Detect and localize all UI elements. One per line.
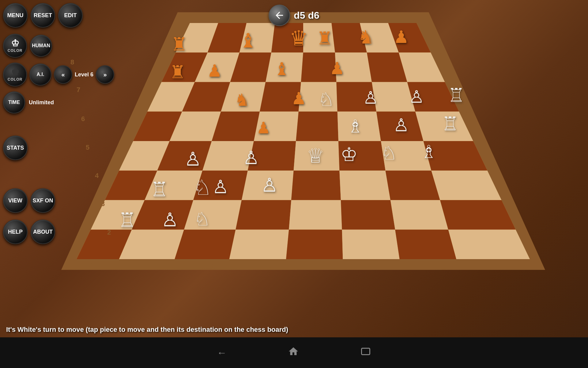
- label-8: 8: [438, 51, 442, 58]
- label-a: A: [89, 261, 94, 268]
- sxf-button[interactable]: SXF ON: [31, 188, 55, 213]
- cell-c2[interactable]: [184, 200, 242, 230]
- player1-color-button[interactable]: ♔ COLOR: [3, 34, 27, 58]
- menu-button[interactable]: MENU: [3, 3, 28, 28]
- piece-b6[interactable]: ♞: [235, 90, 250, 109]
- label-3: 3: [505, 197, 509, 205]
- piece-rook-a8[interactable]: ♜: [171, 34, 187, 55]
- piece-b4-pawn[interactable]: ♙: [184, 148, 202, 170]
- piece-f8[interactable]: ♞: [358, 27, 374, 48]
- time-button[interactable]: TIME: [3, 91, 25, 113]
- piece-c4-pawn[interactable]: ♙: [243, 148, 259, 168]
- edit-button[interactable]: EDIT: [58, 3, 83, 28]
- cell-f1[interactable]: [342, 230, 400, 259]
- cell-c1[interactable]: [175, 230, 236, 259]
- piece-king-d8[interactable]: ♛: [289, 26, 308, 50]
- sidebar: ♔ COLOR HUMAN ♚ COLOR A.I. « Level 6 » T…: [3, 34, 114, 244]
- piece-g6-pawn[interactable]: ♙: [409, 87, 424, 106]
- nav-bar: ←: [0, 337, 588, 368]
- cell-e3[interactable]: [291, 171, 341, 200]
- help-button[interactable]: HELP: [3, 220, 28, 244]
- label-d: D: [266, 263, 271, 270]
- cell-d1[interactable]: [229, 230, 289, 259]
- cell-d2[interactable]: [236, 200, 291, 230]
- label-1: 1: [531, 256, 535, 263]
- time-value: Unlimited: [29, 99, 54, 106]
- piece-e4-queen[interactable]: ♕: [307, 144, 324, 167]
- player1-row: ♔ COLOR HUMAN: [3, 34, 114, 58]
- label-f: F: [383, 263, 387, 271]
- piece-f4-king[interactable]: ♔: [341, 144, 358, 165]
- label-h: H: [502, 263, 507, 270]
- reset-button[interactable]: RESET: [31, 3, 55, 28]
- player1-piece-icon: ♔: [11, 39, 19, 48]
- view-row: VIEW SXF ON: [3, 188, 114, 213]
- cell-f3[interactable]: [339, 171, 390, 200]
- label-g: G: [441, 263, 446, 271]
- player2-color-label: COLOR: [8, 77, 22, 82]
- label-5: 5: [478, 139, 482, 146]
- piece-c3-pawn[interactable]: ♙: [212, 177, 229, 197]
- piece-b2-pawn[interactable]: ♙: [161, 209, 179, 230]
- player2-piece-icon: ♚: [11, 67, 19, 77]
- label-2: 2: [519, 226, 523, 234]
- piece-f5-bishop[interactable]: ♗: [347, 116, 363, 136]
- piece-c5[interactable]: ♟: [256, 119, 271, 137]
- piece-d7[interactable]: ♝: [274, 59, 290, 79]
- view-button[interactable]: VIEW: [3, 188, 28, 213]
- piece-h5-rook[interactable]: ♖: [442, 113, 459, 134]
- piece-b7[interactable]: ♟: [207, 61, 222, 80]
- piece-d6[interactable]: ♟: [291, 89, 306, 108]
- piece-a2-rook[interactable]: ♖: [118, 209, 136, 231]
- piece-g4-knight[interactable]: ♘: [381, 143, 397, 163]
- cell-g2[interactable]: [390, 200, 448, 230]
- level-display: Level 6: [75, 71, 93, 78]
- player2-row: ♚ COLOR A.I. « Level 6 »: [3, 63, 114, 86]
- cell-e5[interactable]: [296, 112, 338, 141]
- ai-mode-button[interactable]: A.I.: [29, 63, 51, 86]
- piece-h6-rook[interactable]: ♖: [448, 85, 465, 106]
- piece-a3-rook[interactable]: ♖: [150, 178, 168, 201]
- label-c: C: [208, 262, 213, 270]
- nav-recent-button[interactable]: [360, 346, 371, 359]
- label-b: B: [150, 261, 155, 269]
- label-6: 6: [466, 109, 469, 117]
- cell-g3[interactable]: [386, 171, 440, 200]
- nav-home-button[interactable]: [288, 346, 299, 359]
- about-button[interactable]: ABOUT: [31, 220, 55, 244]
- piece-g8[interactable]: ♟: [394, 27, 409, 47]
- stats-button[interactable]: STATS: [3, 136, 28, 160]
- cell-f2[interactable]: [341, 200, 395, 230]
- piece-f6-pawn[interactable]: ♙: [363, 88, 378, 107]
- label-4: 4: [492, 168, 496, 176]
- status-message: It's White's turn to move (tap piece to …: [6, 326, 288, 333]
- move-indicator: d5 d6: [269, 5, 319, 26]
- label-e: E: [325, 263, 329, 271]
- move-notation: d5 d6: [294, 10, 319, 21]
- player1-color-label: COLOR: [8, 48, 22, 53]
- piece-d3-pawn[interactable]: ♙: [261, 174, 278, 196]
- player2-color-button[interactable]: ♚ COLOR: [3, 63, 27, 86]
- piece-a7[interactable]: ♜: [170, 62, 186, 82]
- piece-h4-bishop[interactable]: ♗: [421, 142, 437, 162]
- piece-e8[interactable]: ♜: [317, 28, 333, 48]
- piece-b3-knight[interactable]: ♘: [193, 176, 212, 199]
- cell-e2[interactable]: [289, 200, 342, 230]
- cell-g1[interactable]: [395, 230, 456, 259]
- piece-g5-pawn[interactable]: ♙: [393, 115, 409, 135]
- help-row: HELP ABOUT: [3, 220, 114, 244]
- level-next-button[interactable]: »: [96, 65, 114, 84]
- piece-bishop-c8[interactable]: ♝: [239, 29, 257, 52]
- cell-h1[interactable]: [448, 230, 530, 259]
- nav-back-button[interactable]: ←: [217, 347, 227, 358]
- status-bar: It's White's turn to move (tap piece to …: [0, 322, 588, 337]
- stats-row: STATS: [3, 136, 114, 160]
- back-arrow-icon: [274, 10, 285, 21]
- player1-mode-button[interactable]: HUMAN: [30, 35, 52, 57]
- piece-e6-knight[interactable]: ♘: [318, 89, 334, 110]
- cell-e1[interactable]: [286, 230, 343, 259]
- piece-c2-knight[interactable]: ♘: [194, 209, 210, 229]
- undo-button[interactable]: [269, 5, 290, 26]
- piece-e7[interactable]: ♟: [330, 59, 345, 78]
- level-prev-button[interactable]: «: [54, 65, 72, 84]
